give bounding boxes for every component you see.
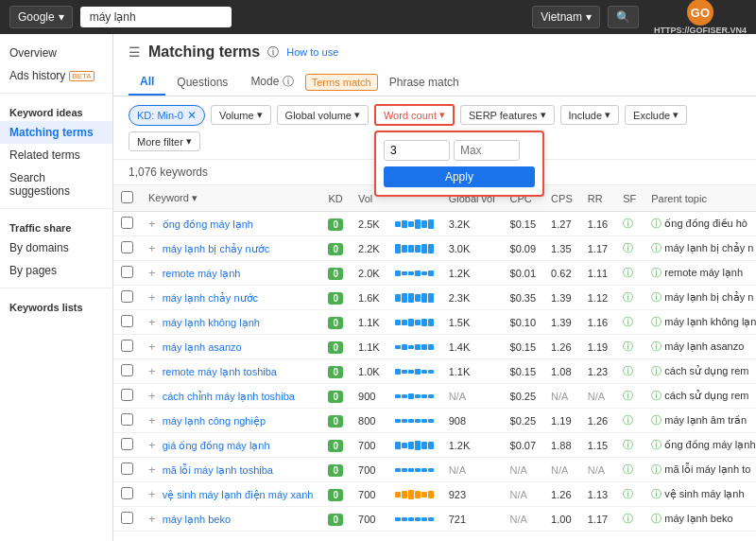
serp-features-filter[interactable]: SERP features ▾ bbox=[460, 105, 555, 125]
row-checkbox[interactable] bbox=[121, 315, 133, 327]
keyword-link[interactable]: ống đồng máy lạnh bbox=[163, 218, 253, 230]
parent-topic-icon[interactable]: ⓘ bbox=[651, 316, 662, 327]
keyword-link[interactable]: máy lạnh chảy nước bbox=[163, 292, 258, 304]
keyword-link[interactable]: máy lạnh beko bbox=[163, 514, 231, 525]
parent-topic-icon[interactable]: ⓘ bbox=[651, 365, 662, 376]
sf-icon[interactable]: ⓘ bbox=[623, 291, 633, 303]
add-keyword-icon[interactable]: + bbox=[148, 413, 156, 428]
keyword-link[interactable]: remote máy lạnh bbox=[163, 268, 241, 279]
row-checkbox[interactable] bbox=[121, 266, 133, 278]
sidebar-item-related-terms[interactable]: Related terms bbox=[0, 144, 112, 166]
row-checkbox[interactable] bbox=[121, 512, 133, 524]
parent-topic-icon[interactable]: ⓘ bbox=[651, 439, 662, 450]
include-filter[interactable]: Include ▾ bbox=[560, 105, 619, 125]
word-count-min-input[interactable] bbox=[384, 140, 450, 161]
word-count-max-input[interactable] bbox=[454, 140, 520, 161]
parent-topic-icon[interactable]: ⓘ bbox=[651, 267, 662, 278]
add-keyword-icon[interactable]: + bbox=[148, 290, 156, 305]
keyword-link[interactable]: mã lỗi máy lạnh toshiba bbox=[163, 464, 273, 476]
select-all-checkbox[interactable] bbox=[121, 191, 133, 203]
sf-icon[interactable]: ⓘ bbox=[623, 340, 633, 352]
row-checkbox[interactable] bbox=[121, 241, 133, 253]
more-filters[interactable]: More filter ▾ bbox=[129, 131, 200, 151]
header-parent-topic[interactable]: Parent topic bbox=[644, 185, 756, 212]
row-checkbox[interactable] bbox=[121, 217, 133, 229]
row-checkbox[interactable] bbox=[121, 340, 133, 352]
sf-icon[interactable]: ⓘ bbox=[623, 513, 633, 524]
add-keyword-icon[interactable]: + bbox=[148, 241, 156, 255]
add-keyword-icon[interactable]: + bbox=[148, 462, 156, 477]
parent-topic-icon[interactable]: ⓘ bbox=[651, 513, 662, 524]
parent-topic-icon[interactable]: ⓘ bbox=[651, 291, 662, 303]
header-keyword[interactable]: Keyword ▾ bbox=[141, 185, 320, 212]
sf-icon[interactable]: ⓘ bbox=[623, 439, 633, 450]
parent-topic-icon[interactable]: ⓘ bbox=[651, 218, 662, 229]
keyword-link[interactable]: máy lạnh không lạnh bbox=[163, 317, 260, 328]
row-checkbox[interactable] bbox=[121, 487, 133, 499]
word-count-apply-button[interactable]: Apply bbox=[384, 166, 535, 187]
sf-icon[interactable]: ⓘ bbox=[623, 316, 633, 327]
global-volume-filter[interactable]: Global volume ▾ bbox=[277, 105, 369, 125]
sf-icon[interactable]: ⓘ bbox=[623, 218, 633, 229]
kd-filter-chip[interactable]: KD: Min-0 ✕ bbox=[129, 105, 205, 126]
header-kd[interactable]: KD bbox=[320, 185, 351, 212]
keyword-link[interactable]: máy lạnh asanzo bbox=[163, 341, 242, 353]
sf-icon[interactable]: ⓘ bbox=[623, 488, 633, 499]
exclude-filter[interactable]: Exclude ▾ bbox=[625, 105, 687, 125]
parent-topic-icon[interactable]: ⓘ bbox=[651, 340, 662, 352]
keyword-link[interactable]: cách chỉnh máy lạnh toshiba bbox=[163, 391, 295, 402]
parent-topic-icon[interactable]: ⓘ bbox=[651, 242, 662, 253]
sidebar-item-by-pages[interactable]: By pages bbox=[0, 259, 112, 282]
tab-questions[interactable]: Questions bbox=[165, 70, 239, 95]
row-checkbox[interactable] bbox=[121, 462, 133, 475]
word-count-filter[interactable]: Word count ▾ bbox=[374, 104, 455, 126]
how-to-use-link[interactable]: How to use bbox=[286, 46, 338, 58]
header-rr[interactable]: RR bbox=[580, 185, 615, 212]
row-checkbox[interactable] bbox=[121, 438, 133, 450]
row-checkbox[interactable] bbox=[121, 389, 133, 401]
add-keyword-icon[interactable]: + bbox=[148, 340, 156, 354]
parent-topic-icon[interactable]: ⓘ bbox=[651, 488, 662, 499]
sf-icon[interactable]: ⓘ bbox=[623, 414, 633, 426]
search-input[interactable] bbox=[80, 7, 232, 27]
sidebar-item-matching-terms[interactable]: Matching terms bbox=[0, 121, 112, 144]
sf-icon[interactable]: ⓘ bbox=[623, 267, 633, 278]
row-checkbox[interactable] bbox=[121, 290, 133, 303]
add-keyword-icon[interactable]: + bbox=[148, 438, 156, 452]
parent-topic-icon[interactable]: ⓘ bbox=[651, 414, 662, 426]
add-keyword-icon[interactable]: + bbox=[148, 266, 156, 280]
keyword-link[interactable]: máy lạnh công nghiệp bbox=[163, 415, 266, 427]
sidebar-item-by-domains[interactable]: By domains bbox=[0, 236, 112, 259]
tab-all[interactable]: All bbox=[129, 69, 165, 96]
header-sf[interactable]: SF bbox=[615, 185, 644, 212]
tab-phrase-match[interactable]: Phrase match bbox=[378, 70, 471, 95]
add-keyword-icon[interactable]: + bbox=[148, 512, 156, 526]
sf-icon[interactable]: ⓘ bbox=[623, 242, 633, 253]
header-cps[interactable]: CPS bbox=[543, 185, 580, 212]
row-checkbox[interactable] bbox=[121, 364, 133, 376]
volume-filter[interactable]: Volume ▾ bbox=[211, 105, 271, 125]
add-keyword-icon[interactable]: + bbox=[148, 364, 156, 378]
google-select[interactable]: Google ▾ bbox=[9, 6, 73, 28]
keyword-link[interactable]: máy lạnh bị chảy nước bbox=[163, 243, 270, 254]
search-button[interactable]: 🔍 bbox=[608, 6, 639, 28]
sf-icon[interactable]: ⓘ bbox=[623, 390, 633, 401]
sidebar-item-overview[interactable]: Overview bbox=[0, 42, 112, 64]
parent-topic-icon[interactable]: ⓘ bbox=[651, 463, 662, 475]
add-keyword-icon[interactable]: + bbox=[148, 389, 156, 403]
row-checkbox[interactable] bbox=[121, 413, 133, 426]
keyword-link[interactable]: giá ống đồng máy lạnh bbox=[163, 440, 270, 451]
hamburger-icon[interactable]: ☰ bbox=[129, 44, 141, 60]
add-keyword-icon[interactable]: + bbox=[148, 315, 156, 329]
sf-icon[interactable]: ⓘ bbox=[623, 463, 633, 475]
sidebar-item-ads-history[interactable]: Ads history BETA bbox=[0, 64, 112, 87]
kd-filter-remove[interactable]: ✕ bbox=[187, 109, 197, 122]
add-keyword-icon[interactable]: + bbox=[148, 487, 156, 501]
country-select[interactable]: Vietnam ▾ bbox=[532, 6, 600, 28]
keyword-link[interactable]: remote máy lạnh toshiba bbox=[163, 366, 277, 377]
parent-topic-icon[interactable]: ⓘ bbox=[651, 390, 662, 401]
tab-mode[interactable]: Mode ⓘ bbox=[239, 68, 304, 96]
keyword-link[interactable]: vệ sinh máy lạnh điện máy xanh bbox=[163, 489, 314, 500]
sf-icon[interactable]: ⓘ bbox=[623, 365, 633, 376]
add-keyword-icon[interactable]: + bbox=[148, 217, 156, 231]
